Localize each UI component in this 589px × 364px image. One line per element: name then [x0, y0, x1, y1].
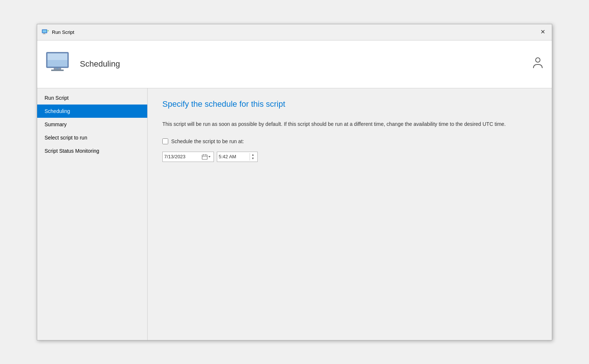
close-button[interactable]: ✕	[538, 28, 547, 36]
header-area: Scheduling	[37, 40, 552, 88]
help-icon	[531, 56, 544, 72]
date-input[interactable]	[164, 154, 201, 159]
computer-icon	[45, 49, 74, 79]
sidebar: Run Script Scheduling Summary Select scr…	[37, 88, 148, 340]
date-picker-button[interactable]	[201, 153, 212, 160]
time-input-wrapper: ▲ ▼	[217, 152, 258, 162]
header-title: Scheduling	[80, 59, 120, 69]
sidebar-item-scheduling[interactable]: Scheduling	[37, 105, 147, 118]
content-title: Specify the schedule for this script	[162, 99, 537, 109]
time-input[interactable]	[219, 154, 248, 159]
time-decrement-button[interactable]: ▼	[250, 157, 256, 160]
date-input-wrapper	[162, 152, 214, 162]
title-bar-text: Run Script	[52, 29, 74, 35]
datetime-row: ▲ ▼	[162, 152, 537, 162]
run-script-title-icon	[42, 28, 49, 36]
svg-point-12	[57, 68, 58, 69]
sidebar-item-summary[interactable]: Summary	[37, 118, 147, 131]
title-bar-left: Run Script	[42, 28, 74, 36]
dropdown-arrow-icon	[208, 155, 211, 159]
svg-rect-1	[43, 30, 46, 32]
svg-rect-14	[202, 155, 207, 159]
time-increment-button[interactable]: ▲	[250, 153, 256, 157]
sidebar-item-run-script[interactable]: Run Script	[37, 91, 147, 105]
schedule-checkbox[interactable]	[162, 138, 168, 144]
sidebar-item-select-script[interactable]: Select script to run	[37, 131, 147, 144]
calendar-icon	[202, 154, 208, 160]
description-text: This script will be run as soon as possi…	[162, 120, 516, 128]
title-bar: Run Script ✕	[37, 24, 552, 40]
header-left: Scheduling	[45, 49, 120, 79]
main-layout: Run Script Scheduling Summary Select scr…	[37, 88, 552, 340]
svg-rect-3	[43, 34, 46, 34]
schedule-checkbox-label[interactable]: Schedule the script to be run at:	[171, 138, 244, 144]
svg-point-13	[536, 58, 540, 62]
svg-rect-9	[47, 53, 67, 60]
svg-rect-11	[51, 70, 64, 71]
svg-rect-2	[43, 33, 45, 34]
dialog-window: Run Script ✕ Scheduling	[37, 24, 552, 340]
content-area: Specify the schedule for this script Thi…	[148, 88, 552, 340]
svg-marker-18	[208, 156, 211, 158]
time-spinner: ▲ ▼	[250, 153, 256, 160]
schedule-checkbox-row: Schedule the script to be run at:	[162, 138, 537, 144]
sidebar-item-script-status[interactable]: Script Status Monitoring	[37, 144, 147, 158]
